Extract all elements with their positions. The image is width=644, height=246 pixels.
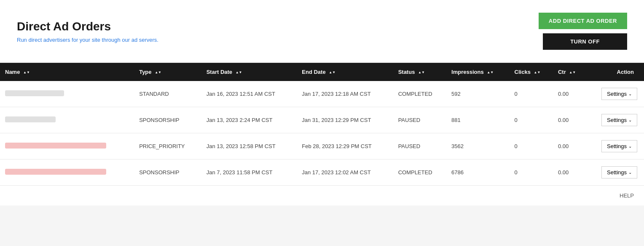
col-header-clicks[interactable]: Clicks ▲▼: [510, 63, 553, 81]
cell-end-date: Jan 17, 2023 12:18 AM CST: [297, 81, 393, 107]
cell-start-date: Jan 13, 2023 2:24 PM CST: [201, 107, 297, 133]
cell-action: Settings ⌄: [587, 159, 644, 186]
cell-status: COMPLETED: [393, 81, 446, 107]
sort-arrows-status: ▲▼: [418, 71, 425, 74]
cell-name: [0, 81, 134, 107]
cell-type: SPONSORSHIP: [134, 159, 201, 186]
cell-type: STANDARD: [134, 81, 201, 107]
settings-button[interactable]: Settings ⌄: [601, 88, 637, 100]
table-container: Name ▲▼ Type ▲▼ Start Date ▲▼ End Date ▲…: [0, 63, 644, 186]
table-row: SPONSORSHIPJan 13, 2023 2:24 PM CSTJan 3…: [0, 107, 644, 133]
sort-arrows-name: ▲▼: [23, 71, 30, 74]
col-header-impressions[interactable]: Impressions ▲▼: [446, 63, 510, 81]
col-header-start-date[interactable]: Start Date ▲▼: [201, 63, 297, 81]
cell-ctr: 0.00: [553, 81, 587, 107]
cell-impressions: 6786: [446, 159, 510, 186]
header-left: Direct Ad Orders Run direct advertisers …: [17, 20, 158, 43]
sort-arrows-impressions: ▲▼: [487, 71, 494, 74]
table-row: PRICE_PRIORITYJan 13, 2023 12:58 PM CSTF…: [0, 133, 644, 159]
cell-end-date: Jan 17, 2023 12:02 AM CST: [297, 159, 393, 186]
cell-ctr: 0.00: [553, 159, 587, 186]
cell-impressions: 881: [446, 107, 510, 133]
add-direct-ad-order-button[interactable]: ADD DIRECT AD ORDER: [539, 13, 627, 29]
chevron-down-icon: ⌄: [628, 170, 632, 175]
cell-start-date: Jan 16, 2023 12:51 AM CST: [201, 81, 297, 107]
cell-action: Settings ⌄: [587, 81, 644, 107]
cell-clicks: 0: [510, 81, 553, 107]
cell-status: COMPLETED: [393, 159, 446, 186]
chevron-down-icon: ⌄: [628, 118, 632, 122]
cell-clicks: 0: [510, 133, 553, 159]
cell-name: [0, 133, 134, 159]
cell-name: [0, 107, 134, 133]
col-header-name[interactable]: Name ▲▼: [0, 63, 134, 81]
turn-off-button[interactable]: TURN OFF: [543, 33, 627, 50]
header-right: ADD DIRECT AD ORDER TURN OFF: [539, 13, 627, 50]
settings-button[interactable]: Settings ⌄: [601, 166, 637, 178]
ad-orders-table: Name ▲▼ Type ▲▼ Start Date ▲▼ End Date ▲…: [0, 63, 644, 186]
cell-action: Settings ⌄: [587, 107, 644, 133]
cell-name: [0, 159, 134, 186]
cell-ctr: 0.00: [553, 133, 587, 159]
col-header-type[interactable]: Type ▲▼: [134, 63, 201, 81]
cell-status: PAUSED: [393, 107, 446, 133]
cell-action: Settings ⌄: [587, 133, 644, 159]
cell-type: SPONSORSHIP: [134, 107, 201, 133]
cell-status: PAUSED: [393, 133, 446, 159]
cell-impressions: 592: [446, 81, 510, 107]
cell-clicks: 0: [510, 107, 553, 133]
cell-ctr: 0.00: [553, 107, 587, 133]
settings-button[interactable]: Settings ⌄: [601, 140, 637, 152]
page-subtitle: Run direct advertisers for your site thr…: [17, 37, 158, 43]
cell-end-date: Jan 31, 2023 12:29 PM CST: [297, 107, 393, 133]
col-header-status[interactable]: Status ▲▼: [393, 63, 446, 81]
sort-arrows-type: ▲▼: [155, 71, 161, 74]
header-section: Direct Ad Orders Run direct advertisers …: [0, 0, 644, 63]
sort-arrows-start-date: ▲▼: [236, 71, 242, 74]
sort-arrows-end-date: ▲▼: [329, 71, 335, 74]
sort-arrows-clicks: ▲▼: [534, 71, 541, 74]
settings-button[interactable]: Settings ⌄: [601, 114, 637, 126]
sort-arrows-ctr: ▲▼: [569, 71, 576, 74]
table-body: STANDARDJan 16, 2023 12:51 AM CSTJan 17,…: [0, 81, 644, 186]
cell-clicks: 0: [510, 159, 553, 186]
col-header-end-date[interactable]: End Date ▲▼: [297, 63, 393, 81]
help-link[interactable]: HELP: [0, 186, 644, 205]
cell-end-date: Feb 28, 2023 12:29 PM CST: [297, 133, 393, 159]
table-header-row: Name ▲▼ Type ▲▼ Start Date ▲▼ End Date ▲…: [0, 63, 644, 81]
page-title: Direct Ad Orders: [17, 20, 158, 33]
chevron-down-icon: ⌄: [628, 144, 632, 149]
col-header-ctr[interactable]: Ctr ▲▼: [553, 63, 587, 81]
table-row: STANDARDJan 16, 2023 12:51 AM CSTJan 17,…: [0, 81, 644, 107]
cell-start-date: Jan 7, 2023 11:58 PM CST: [201, 159, 297, 186]
cell-start-date: Jan 13, 2023 12:58 PM CST: [201, 133, 297, 159]
cell-impressions: 3562: [446, 133, 510, 159]
col-header-action: Action: [587, 63, 644, 81]
table-row: SPONSORSHIPJan 7, 2023 11:58 PM CSTJan 1…: [0, 159, 644, 186]
cell-type: PRICE_PRIORITY: [134, 133, 201, 159]
chevron-down-icon: ⌄: [628, 92, 632, 96]
